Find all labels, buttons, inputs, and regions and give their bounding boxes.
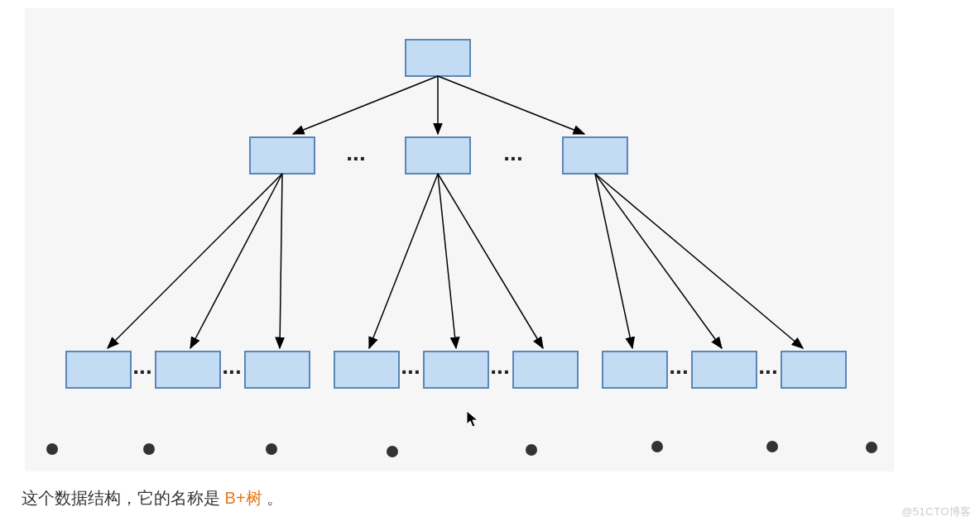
data-dot-4 [387, 446, 398, 457]
arrow-root-1 [293, 76, 438, 134]
leaf-node-9 [781, 351, 846, 388]
leaf-node-3 [245, 351, 310, 388]
leaf-node-2 [156, 351, 220, 388]
caption-suffix: 。 [262, 489, 284, 507]
level1-node-3 [563, 137, 627, 174]
leaf-ellipsis-5: ··· [669, 359, 688, 385]
tree-diagram: ··· ··· ··· ··· ··· ··· ··· ··· [25, 8, 894, 471]
arrow-l1-1-c [280, 174, 282, 348]
leaf-ellipsis-3: ··· [401, 359, 420, 385]
tree-svg: ··· ··· ··· ··· ··· ··· ··· ··· [25, 8, 894, 471]
caption-highlight: B+树 [225, 489, 262, 507]
arrow-root-3 [438, 76, 584, 134]
leaf-ellipsis-4: ··· [490, 359, 509, 385]
leaf-node-7 [603, 351, 667, 388]
data-dot-2 [143, 443, 155, 455]
leaf-node-1 [66, 351, 131, 388]
level1-node-1 [250, 137, 315, 174]
leaf-ellipsis-6: ··· [758, 359, 777, 385]
leaf-ellipsis-2: ··· [222, 359, 241, 385]
level1-node-2 [406, 137, 470, 174]
data-dot-6 [651, 441, 663, 452]
arrow-l1-2-a [369, 174, 438, 348]
caption-text: 这个数据结构，它的名称是 B+树 。 [22, 487, 283, 509]
root-node [406, 40, 470, 76]
data-dot-7 [766, 441, 778, 452]
data-dot-1 [46, 443, 58, 455]
watermark: @51CTO博客 [901, 504, 972, 519]
level1-ellipsis-2: ··· [503, 146, 522, 171]
leaf-node-5 [424, 351, 488, 388]
caption-prefix: 这个数据结构，它的名称是 [22, 489, 225, 507]
data-dot-3 [266, 443, 277, 455]
arrow-l1-1-a [108, 174, 282, 348]
leaf-ellipsis-1: ··· [132, 359, 151, 385]
leaf-node-6 [513, 351, 578, 388]
level1-ellipsis-1: ··· [346, 146, 365, 171]
leaf-node-4 [334, 351, 399, 388]
arrow-l1-1-b [190, 174, 282, 348]
data-dot-8 [866, 442, 877, 453]
leaf-node-8 [692, 351, 757, 388]
data-dot-5 [526, 444, 537, 456]
